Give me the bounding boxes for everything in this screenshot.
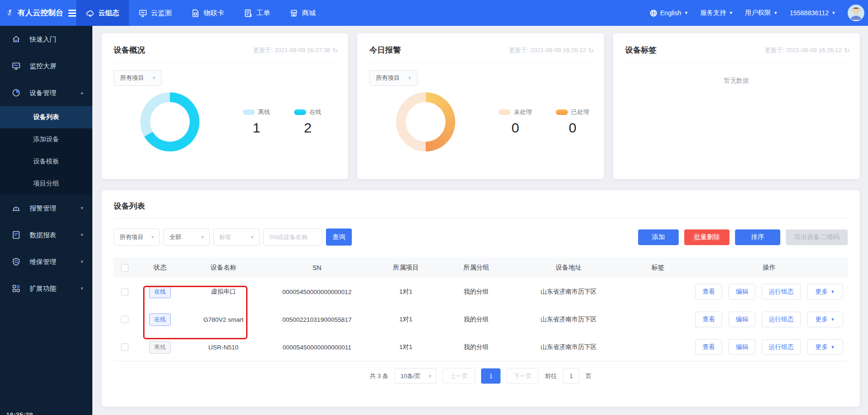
chevron-down-icon: ▼ — [428, 374, 432, 379]
sidebar-subitem-add-device[interactable]: 添加设备 — [0, 128, 92, 150]
table-row: 在线 虚拟串口 00005450000000000012 1对1 我的分组 山东… — [114, 278, 848, 306]
edit-button[interactable]: 编辑 — [729, 284, 755, 300]
add-device-button[interactable]: 添加 — [638, 229, 679, 245]
device-list-toolbar: 添加 批量删除 排序 导出设备二维码 — [638, 229, 848, 245]
chevron-down-icon: ▼ — [831, 289, 835, 294]
edit-button[interactable]: 编辑 — [729, 339, 755, 355]
topbar-right-group: English ▼ 服务支持 ▼ 用户权限 ▼ 15588836112 ▼ — [650, 5, 868, 21]
sidebar-item-maintenance[interactable]: 维保管理 ▼ — [0, 248, 92, 275]
row-checkbox[interactable] — [121, 288, 128, 295]
more-button[interactable]: 更多 ▼ — [807, 339, 843, 355]
nav-tab-iot-card[interactable]: 物联卡 — [181, 0, 234, 26]
card-title: 设备标签 — [625, 45, 657, 55]
batch-delete-button[interactable]: 批量删除 — [684, 229, 729, 245]
sidebar-item-device-management[interactable]: 设备管理 ▲ — [0, 79, 92, 106]
nav-tab-work-order[interactable]: 工单 — [234, 0, 280, 26]
column-header-name: 设备名称 — [184, 264, 263, 272]
device-project: 1对1 — [371, 288, 440, 296]
language-selector[interactable]: English ▼ — [650, 9, 688, 17]
table-row: 在线 G780V2 smart 00500221031900055817 1对1… — [114, 306, 848, 333]
more-button[interactable]: 更多 ▼ — [807, 284, 843, 300]
sidebar-item-quick-start[interactable]: 快速入门 — [0, 26, 92, 53]
user-permission-menu[interactable]: 用户权限 ▼ — [745, 9, 778, 17]
chevron-down-icon: ▼ — [831, 317, 835, 322]
view-button[interactable]: 查看 — [695, 312, 722, 327]
offline-count: 1 — [243, 120, 270, 136]
row-checkbox[interactable] — [121, 343, 128, 351]
status-badge: 离线 — [149, 341, 171, 354]
shield-wrench-icon — [12, 257, 21, 266]
legend-swatch — [294, 109, 306, 115]
tag-filter-select[interactable]: 标签 ▼ — [213, 229, 259, 246]
legend-swatch — [556, 109, 568, 115]
nav-tab-mall[interactable]: 商城 — [280, 0, 326, 26]
search-input[interactable] — [263, 229, 322, 246]
top-nav-tabs: 云组态 云监测 物联卡 工单 商城 — [76, 0, 326, 26]
device-project: 1对1 — [371, 315, 440, 324]
refresh-icon[interactable]: ↻ — [332, 47, 338, 54]
device-address: 山东省济南市历下区 — [512, 315, 625, 324]
sidebar-item-data-report[interactable]: 数据报表 ▼ — [0, 222, 92, 248]
sidebar-subitem-project-group[interactable]: 项目分组 — [0, 173, 92, 195]
sidebar-subitem-device-template[interactable]: 设备模板 — [0, 150, 92, 173]
run-scada-button[interactable]: 运行组态 — [762, 284, 801, 300]
device-sn: 00005450000000000012 — [263, 289, 371, 295]
sort-button[interactable]: 排序 — [735, 229, 780, 245]
prev-page-button: 上一页 — [443, 368, 475, 384]
service-support-menu[interactable]: 服务支持 ▼ — [700, 9, 733, 17]
page-size-select[interactable]: 10条/页 ▼ — [394, 368, 437, 384]
brand: 有人云控制台 — [0, 6, 76, 19]
legend-swatch — [243, 109, 255, 115]
ticket-icon — [244, 9, 253, 18]
sidebar-item-extensions[interactable]: 扩展功能 ▼ — [0, 275, 92, 302]
chevron-down-icon: ▼ — [151, 235, 155, 240]
status-filter-select[interactable]: 全部 ▼ — [163, 229, 210, 246]
project-filter-select[interactable]: 所有项目 ▼ — [369, 70, 417, 86]
sidebar-subitem-device-list[interactable]: 设备列表 — [0, 106, 92, 128]
usr-cloud-logo-icon — [6, 6, 13, 19]
project-filter-select[interactable]: 所有项目 ▼ — [114, 70, 162, 86]
section-title: 设备列表 — [114, 202, 145, 211]
row-checkbox[interactable] — [121, 316, 128, 323]
nav-tab-cloud-monitor[interactable]: 云监测 — [129, 0, 181, 26]
refresh-icon[interactable]: ↻ — [588, 47, 594, 54]
device-sn: 00500221031900055817 — [263, 316, 371, 323]
menu-toggle-icon[interactable] — [68, 10, 76, 17]
refresh-icon[interactable]: ↻ — [844, 47, 850, 54]
device-list-filter-bar: 所有项目 ▼ 全部 ▼ 标签 ▼ 查询 添加 批量删除 排序 导出设备二维码 — [114, 229, 848, 246]
device-group: 我的分组 — [440, 343, 512, 351]
query-button[interactable]: 查询 — [326, 229, 352, 246]
sidebar-footer: 16:35:38 2021-08-09 当前版本：V4.0.1 — [6, 409, 60, 415]
nav-tab-cloud-scada[interactable]: 云组态 — [76, 0, 129, 26]
more-button[interactable]: 更多 ▼ — [807, 312, 843, 327]
sidebar-item-monitor-screen[interactable]: 监控大屏 — [0, 53, 92, 79]
store-icon — [289, 9, 298, 18]
current-page[interactable]: 1 — [481, 368, 500, 384]
select-all-checkbox[interactable] — [121, 264, 128, 271]
device-tags-card: 设备标签 更新于: 2021-08-09 16:26:12 ↻ 暂无数据 — [613, 33, 860, 179]
goto-unit-label: 页 — [585, 372, 591, 380]
column-header-address: 设备地址 — [512, 264, 625, 272]
app-title: 有人云控制台 — [18, 8, 63, 18]
sidebar-item-alarm-management[interactable]: 报警管理 ▼ — [0, 195, 92, 222]
sim-card-icon — [191, 9, 200, 18]
account-menu[interactable]: 15588836112 ▼ — [790, 9, 836, 17]
goto-page-input[interactable] — [563, 368, 579, 384]
table-row: 离线 USR-N510 00005450000000000011 1对1 我的分… — [114, 333, 848, 361]
next-page-button: 下一页 — [506, 368, 539, 384]
avatar[interactable] — [848, 5, 864, 21]
project-filter-select[interactable]: 所有项目 ▼ — [114, 229, 160, 246]
chevron-down-icon: ▼ — [408, 76, 412, 80]
chevron-down-icon: ▼ — [729, 11, 733, 15]
unhandled-count: 0 — [499, 120, 532, 136]
alarm-status-donut-chart — [396, 92, 455, 151]
view-button[interactable]: 查看 — [695, 339, 722, 355]
run-scada-button[interactable]: 运行组态 — [762, 339, 801, 355]
updated-timestamp: 更新于: 2021-08-09 16:27:38 ↻ — [253, 46, 338, 54]
run-scada-button[interactable]: 运行组态 — [762, 312, 801, 327]
monitor-pulse-icon — [139, 9, 147, 18]
view-button[interactable]: 查看 — [695, 284, 722, 300]
device-group: 我的分组 — [440, 288, 512, 296]
legend-handled: 已处理 0 — [556, 108, 589, 136]
edit-button[interactable]: 编辑 — [729, 312, 755, 327]
